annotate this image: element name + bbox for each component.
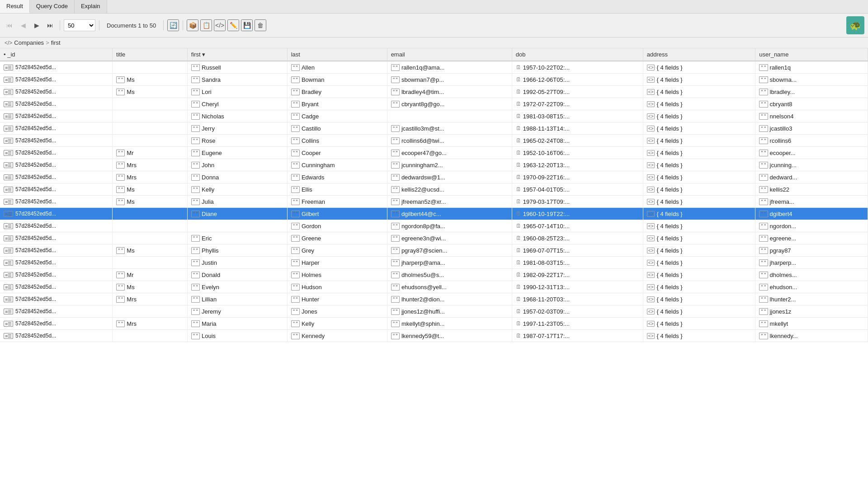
last-cell: "" Kelly [287, 318, 387, 330]
dob-cell: 🗓 1952-10-16T06:... [512, 147, 643, 159]
save-button[interactable]: 💾 [241, 19, 253, 31]
tab-query-code[interactable]: Query Code [30, 0, 75, 13]
username-cell: "" jcastillo3 [755, 122, 868, 135]
page-size-select[interactable]: 50 10 25 100 250 [64, 19, 95, 31]
id-cell: ≡☰57d28452ed5d... [0, 86, 113, 98]
edit-button[interactable]: ✏️ [227, 19, 239, 31]
table-row[interactable]: ≡☰57d28452ed5d..."" Mrs"" Donna"" Edward… [0, 171, 868, 183]
delete-button[interactable]: 🗑 [255, 19, 266, 31]
email-cell: "" jcastillo3m@st... [387, 122, 512, 135]
last-cell: "" Cunningham [287, 159, 387, 171]
copy-button[interactable]: 📋 [200, 19, 212, 31]
title-cell: "" Mrs [113, 318, 188, 330]
code-button[interactable]: </> [214, 19, 226, 31]
tab-bar: Result Query Code Explain [0, 0, 868, 14]
id-cell: ≡☰57d28452ed5d... [0, 61, 113, 74]
table-row[interactable]: ≡☰57d28452ed5d..."" Cheryl"" Bryant"" cb… [0, 98, 868, 110]
table-row[interactable]: ≡☰57d28452ed5d..."" Ms"" Evelyn"" Hudson… [0, 281, 868, 293]
table-row[interactable]: ≡☰57d28452ed5d..."" Gordon"" ngordon8p@f… [0, 220, 868, 232]
table-row[interactable]: ≡☰57d28452ed5d..."" Nicholas"" Cadge🗓 19… [0, 110, 868, 122]
table-area[interactable]: • _id title first ▾ last email dob addre… [0, 48, 868, 488]
address-cell: <> { 4 fields } [643, 122, 755, 135]
first-cell: "" Lori [187, 86, 287, 98]
table-row[interactable]: ≡☰57d28452ed5d..."" Ms"" Kelly"" Ellis""… [0, 183, 868, 196]
title-cell [113, 135, 188, 147]
first-cell: "" Eugene [187, 147, 287, 159]
first-page-button[interactable]: ⏮ [4, 19, 15, 31]
table-row[interactable]: ≡☰57d28452ed5d..."" Russell"" Allen"" ra… [0, 61, 868, 74]
title-cell [113, 61, 188, 74]
address-cell: <> { 4 fields } [643, 281, 755, 293]
first-cell: "" Donna [187, 171, 287, 183]
col-header-dob[interactable]: dob [512, 48, 643, 61]
refresh-button[interactable]: 🔄 [167, 19, 179, 31]
address-cell: <> { 4 fields } [643, 269, 755, 281]
first-cell: "" Phyllis [187, 244, 287, 257]
email-cell: "" pgray87@scien... [387, 244, 512, 257]
first-cell: "" Diane [187, 208, 287, 220]
table-row[interactable]: ≡☰57d28452ed5d..."" Eric"" Greene"" egre… [0, 232, 868, 244]
table-row[interactable]: ≡☰57d28452ed5d..."" Mrs"" Lillian"" Hunt… [0, 293, 868, 305]
table-row[interactable]: ≡☰57d28452ed5d..."" Jeremy"" Jones"" jjo… [0, 305, 868, 318]
table-row[interactable]: ≡☰57d28452ed5d..."" Ms"" Phyllis"" Grey"… [0, 244, 868, 257]
export-button[interactable]: 📦 [187, 19, 198, 31]
id-cell: ≡☰57d28452ed5d... [0, 110, 113, 122]
first-cell: "" Rose [187, 135, 287, 147]
first-cell: "" Jeremy [187, 305, 287, 318]
prev-page-button[interactable]: ◀ [17, 19, 29, 31]
table-row[interactable]: ≡☰57d28452ed5d..."" Mr"" Eugene"" Cooper… [0, 147, 868, 159]
username-cell: "" ehudson... [755, 281, 868, 293]
address-cell: <> { 4 fields } [643, 318, 755, 330]
col-header-last[interactable]: last [287, 48, 387, 61]
table-row[interactable]: ≡☰57d28452ed5d..."" Rose"" Collins"" rco… [0, 135, 868, 147]
turtle-icon: 🐢 [846, 16, 864, 34]
username-cell: "" kellis22 [755, 183, 868, 196]
table-row[interactable]: ≡☰57d28452ed5d..."" Diane"" Gilbert"" dg… [0, 208, 868, 220]
breadcrumb-collection[interactable]: Companies [14, 39, 44, 46]
table-row[interactable]: ≡☰57d28452ed5d..."" Mrs"" Maria"" Kelly"… [0, 318, 868, 330]
col-header-id[interactable]: • _id [0, 48, 113, 61]
table-row[interactable]: ≡☰57d28452ed5d..."" Louis"" Kennedy"" lk… [0, 330, 868, 342]
dob-cell: 🗓 1963-12-20T13:... [512, 159, 643, 171]
next-page-button[interactable]: ⏭ [44, 19, 56, 31]
first-cell: "" Eric [187, 232, 287, 244]
first-cell: "" Jerry [187, 122, 287, 135]
col-header-username[interactable]: user_name [755, 48, 868, 61]
table-row[interactable]: ≡☰57d28452ed5d..."" Mrs"" John"" Cunning… [0, 159, 868, 171]
id-cell: ≡☰57d28452ed5d... [0, 208, 113, 220]
col-header-email[interactable]: email [387, 48, 512, 61]
col-header-title[interactable]: title [113, 48, 188, 61]
tab-result[interactable]: Result [0, 0, 30, 13]
table-row[interactable]: ≡☰57d28452ed5d..."" Ms"" Lori"" Bradley"… [0, 86, 868, 98]
email-cell: "" lhunter2@dion... [387, 293, 512, 305]
address-cell: <> { 4 fields } [643, 183, 755, 196]
tab-explain[interactable]: Explain [75, 0, 107, 13]
title-cell: "" Mrs [113, 159, 188, 171]
last-cell: "" Kennedy [287, 330, 387, 342]
username-cell: "" egreene... [755, 232, 868, 244]
title-cell [113, 305, 188, 318]
dob-cell: 🗓 1997-11-23T05:... [512, 318, 643, 330]
address-cell: <> { 4 fields } [643, 98, 755, 110]
table-row[interactable]: ≡☰57d28452ed5d..."" Ms"" Julia"" Freeman… [0, 196, 868, 208]
dob-cell: 🗓 1988-11-13T14:... [512, 122, 643, 135]
last-cell: "" Cooper [287, 147, 387, 159]
email-cell: "" ecooper47@go... [387, 147, 512, 159]
address-cell: <> { 4 fields } [643, 232, 755, 244]
table-row[interactable]: ≡☰57d28452ed5d..."" Justin"" Harper"" jh… [0, 257, 868, 269]
id-cell: ≡☰57d28452ed5d... [0, 293, 113, 305]
last-cell: "" Collins [287, 135, 387, 147]
col-header-address[interactable]: address [643, 48, 755, 61]
table-row[interactable]: ≡☰57d28452ed5d..."" Ms"" Sandra"" Bowman… [0, 74, 868, 86]
table-row[interactable]: ≡☰57d28452ed5d..."" Mr"" Donald"" Holmes… [0, 269, 868, 281]
dob-cell: 🗓 1987-07-17T17:... [512, 330, 643, 342]
col-header-first[interactable]: first ▾ [187, 48, 287, 61]
table-row[interactable]: ≡☰57d28452ed5d..."" Jerry"" Castillo"" j… [0, 122, 868, 135]
email-cell: "" kellis22@ucsd... [387, 183, 512, 196]
title-cell [113, 208, 188, 220]
id-cell: ≡☰57d28452ed5d... [0, 171, 113, 183]
play-button[interactable]: ▶ [31, 19, 42, 31]
username-cell: "" nnelson4 [755, 110, 868, 122]
last-cell: "" Ellis [287, 183, 387, 196]
title-cell: "" Mr [113, 147, 188, 159]
